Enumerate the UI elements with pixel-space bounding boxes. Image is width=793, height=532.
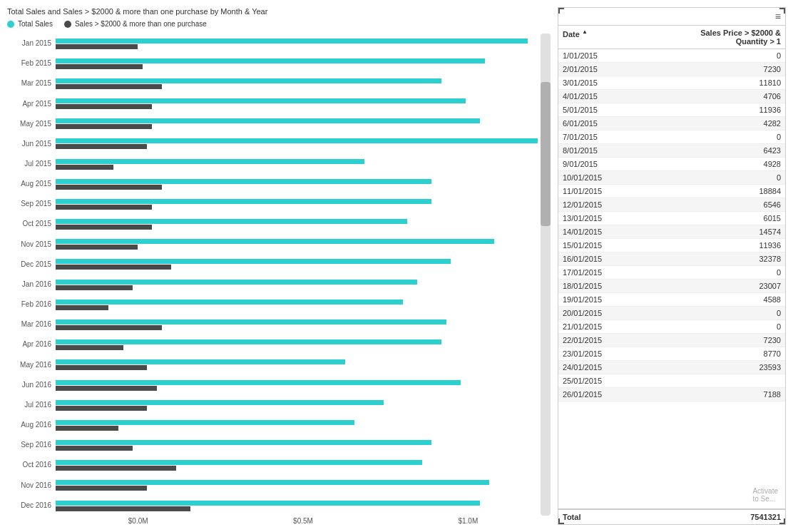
bar-teal[interactable] (56, 138, 538, 143)
cell-value: 0 (674, 173, 781, 182)
bar-teal[interactable] (56, 300, 403, 305)
bar-teal[interactable] (56, 440, 431, 445)
bar-dark[interactable] (56, 185, 162, 190)
y-label: Jul 2015 (7, 160, 51, 168)
cell-date: 4/01/2015 (563, 92, 674, 101)
bar-teal[interactable] (56, 280, 417, 285)
bar-teal[interactable] (56, 58, 485, 63)
bar-dark[interactable] (56, 144, 147, 149)
scrollbar[interactable] (541, 34, 551, 516)
cell-date: 6/01/2015 (563, 119, 674, 128)
bar-dark[interactable] (56, 365, 147, 370)
bar-teal[interactable] (56, 259, 451, 264)
bars-wrapper (56, 34, 538, 516)
table-row[interactable]: 1/01/20150 (558, 49, 785, 63)
table-row[interactable]: 17/01/20150 (558, 266, 785, 280)
table-row[interactable]: 24/01/201523593 (558, 361, 785, 374)
bar-dark[interactable] (56, 245, 138, 250)
table-row[interactable]: 23/01/20158770 (558, 347, 785, 361)
sort-icon[interactable]: ▲ (582, 29, 588, 35)
scrollbar-thumb[interactable] (541, 82, 551, 227)
cell-value: 14574 (674, 227, 781, 236)
table-row[interactable]: 2/01/20157230 (558, 63, 785, 76)
cell-value: 4588 (674, 295, 781, 304)
cell-value: 4928 (674, 160, 781, 168)
bar-teal[interactable] (56, 98, 466, 103)
bar-teal[interactable] (56, 78, 441, 83)
bar-dark[interactable] (56, 506, 190, 511)
bar-teal[interactable] (56, 239, 494, 244)
bar-teal[interactable] (56, 319, 446, 324)
bar-dark[interactable] (56, 406, 147, 411)
bar-teal[interactable] (56, 339, 441, 344)
bar-dark[interactable] (56, 104, 152, 109)
bar-teal[interactable] (56, 219, 407, 224)
table-row[interactable]: 26/01/20157188 (558, 388, 785, 401)
table-row[interactable]: 9/01/20154928 (558, 158, 785, 171)
bar-teal[interactable] (56, 400, 384, 405)
bar-dark[interactable] (56, 165, 113, 170)
bar-dark[interactable] (56, 285, 133, 290)
bar-teal[interactable] (56, 420, 354, 425)
table-row[interactable]: 3/01/201511810 (558, 76, 785, 90)
bar-dark[interactable] (56, 426, 118, 431)
bar-dark[interactable] (56, 325, 162, 330)
bar-teal[interactable] (56, 480, 489, 485)
bar-row (56, 235, 538, 255)
bar-dark[interactable] (56, 486, 147, 491)
cell-value: 8770 (674, 349, 781, 358)
bar-dark[interactable] (56, 466, 176, 471)
table-body[interactable]: 1/01/201502/01/201572303/01/2015118104/0… (558, 49, 785, 508)
bar-row (56, 255, 538, 275)
table-row[interactable]: 18/01/201523007 (558, 280, 785, 293)
bar-dark[interactable] (56, 386, 157, 391)
cell-value: 11810 (674, 78, 781, 87)
table-row[interactable]: 11/01/201518884 (558, 185, 785, 198)
cell-value (674, 377, 781, 385)
cell-date: 26/01/2015 (563, 390, 674, 399)
bar-dark[interactable] (56, 84, 162, 89)
table-row[interactable]: 12/01/20156546 (558, 198, 785, 212)
bar-teal[interactable] (56, 118, 480, 123)
bar-teal[interactable] (56, 501, 480, 506)
table-row[interactable]: 10/01/20150 (558, 171, 785, 185)
bar-teal[interactable] (56, 159, 364, 164)
bar-teal[interactable] (56, 179, 431, 184)
bar-dark[interactable] (56, 205, 152, 210)
bar-row (56, 53, 538, 73)
bar-row (56, 456, 538, 476)
legend-item-total-sales: Total Sales (7, 20, 53, 28)
table-row[interactable]: 25/01/2015 (558, 374, 785, 388)
table-row[interactable]: 14/01/201514574 (558, 225, 785, 239)
cell-date: 12/01/2015 (563, 200, 674, 209)
bar-teal[interactable] (56, 199, 431, 204)
bar-dark[interactable] (56, 44, 138, 49)
table-row[interactable]: 19/01/20154588 (558, 293, 785, 307)
bar-dark[interactable] (56, 265, 171, 270)
table-row[interactable]: 16/01/201532378 (558, 252, 785, 266)
bar-teal[interactable] (56, 460, 422, 465)
table-row[interactable]: 7/01/20150 (558, 131, 785, 144)
table-row[interactable]: 21/01/20150 (558, 320, 785, 334)
bar-teal[interactable] (56, 39, 528, 44)
bar-dark[interactable] (56, 446, 133, 451)
bar-dark[interactable] (56, 345, 123, 350)
table-row[interactable]: 8/01/20156423 (558, 144, 785, 158)
cell-value: 0 (674, 133, 781, 141)
table-row[interactable]: 20/01/20150 (558, 307, 785, 320)
y-label: Apr 2015 (7, 101, 51, 108)
bar-dark[interactable] (56, 64, 143, 69)
bar-teal[interactable] (56, 359, 345, 364)
bar-dark[interactable] (56, 124, 152, 129)
bar-dark[interactable] (56, 305, 108, 310)
bar-row (56, 355, 538, 375)
table-row[interactable]: 13/01/20156015 (558, 212, 785, 225)
table-row[interactable]: 22/01/20157230 (558, 334, 785, 347)
bar-teal[interactable] (56, 380, 461, 385)
table-row[interactable]: 15/01/201511936 (558, 239, 785, 252)
bar-dark[interactable] (56, 225, 152, 230)
total-label: Total (563, 513, 674, 521)
table-row[interactable]: 6/01/20154282 (558, 117, 785, 131)
table-row[interactable]: 4/01/20154706 (558, 90, 785, 103)
table-row[interactable]: 5/01/201511936 (558, 103, 785, 117)
